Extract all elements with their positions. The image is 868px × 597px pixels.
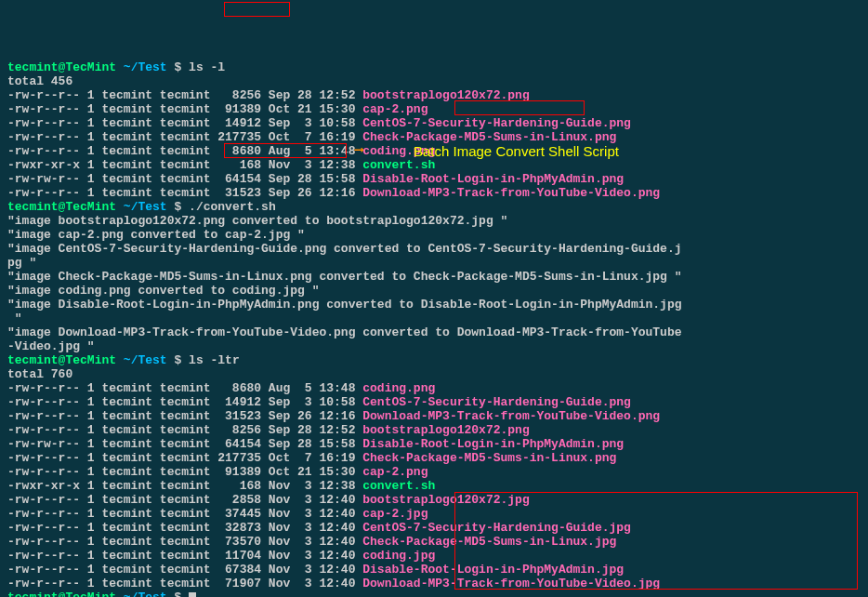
annotation-label: Batch Image Convert Shell Script: [414, 144, 619, 158]
file-entry: -rw-r--r-- 1 tecmint tecmint 217735 Oct …: [7, 451, 861, 465]
total-line-1: total 456: [7, 74, 861, 88]
script-output-line: pg ": [7, 256, 861, 270]
terminal-output: tecmint@TecMint ~/Test $ ls -ltotal 456-…: [7, 60, 861, 597]
cursor-icon: [189, 592, 196, 597]
arrow-icon: ⟶: [355, 143, 362, 157]
file-entry: -rw-r--r-- 1 tecmint tecmint 14912 Sep 3…: [7, 395, 861, 409]
file-entry: -rw-r--r-- 1 tecmint tecmint 14912 Sep 3…: [7, 116, 861, 130]
file-entry: -rw-r--r-- 1 tecmint tecmint 71907 Nov 3…: [7, 577, 861, 590]
total-line-3: total 760: [7, 367, 861, 381]
file-entry: -rwxr-xr-x 1 tecmint tecmint 168 Nov 3 1…: [7, 479, 861, 493]
file-entry: -rw-r--r-- 1 tecmint tecmint 11704 Nov 3…: [7, 549, 861, 563]
file-entry: -rwxr-xr-x 1 tecmint tecmint 168 Nov 3 1…: [7, 158, 861, 172]
file-entry: -rw-r--r-- 1 tecmint tecmint 31523 Sep 2…: [7, 186, 861, 200]
prompt-line-1[interactable]: tecmint@TecMint ~/Test $ ls -l: [7, 60, 861, 74]
highlight-box-ls-cmd: [224, 2, 290, 17]
script-output-line: ": [7, 312, 861, 325]
script-output-line: "image Check-Package-MD5-Sums-in-Linux.p…: [7, 270, 861, 284]
script-output-line: "image Download-MP3-Track-from-YouTube-V…: [7, 325, 861, 339]
script-output-line: "image bootstraplogo120x72.png converted…: [7, 214, 861, 228]
file-entry: -rw-r--r-- 1 tecmint tecmint 31523 Sep 2…: [7, 409, 861, 423]
script-output-line: "image coding.png converted to coding.jp…: [7, 284, 861, 298]
file-entry: -rw-r--r-- 1 tecmint tecmint 37445 Nov 3…: [7, 507, 861, 521]
file-entry: -rw-r--r-- 1 tecmint tecmint 8256 Sep 28…: [7, 423, 861, 437]
script-output-line: "image cap-2.png converted to cap-2.jpg …: [7, 228, 861, 242]
prompt-line-4[interactable]: tecmint@TecMint ~/Test $: [7, 590, 861, 597]
script-output-line: -Video.jpg ": [7, 339, 861, 353]
file-entry: -rw-rw-r-- 1 tecmint tecmint 64154 Sep 2…: [7, 172, 861, 186]
file-entry: -rw-rw-r-- 1 tecmint tecmint 64154 Sep 2…: [7, 437, 861, 451]
file-entry: -rw-r--r-- 1 tecmint tecmint 217735 Oct …: [7, 130, 861, 144]
file-entry: -rw-r--r-- 1 tecmint tecmint 32873 Nov 3…: [7, 521, 861, 535]
file-entry: -rw-r--r-- 1 tecmint tecmint 8680 Aug 5 …: [7, 381, 861, 395]
script-output-line: "image CentOS-7-Security-Hardening-Guide…: [7, 242, 861, 256]
file-entry: -rw-r--r-- 1 tecmint tecmint 91389 Oct 2…: [7, 465, 861, 479]
file-entry: -rw-r--r-- 1 tecmint tecmint 67384 Nov 3…: [7, 563, 861, 577]
script-output-line: "image Disable-Root-Login-in-PhpMyAdmin.…: [7, 298, 861, 312]
file-entry: -rw-r--r-- 1 tecmint tecmint 8256 Sep 28…: [7, 88, 861, 102]
prompt-line-3[interactable]: tecmint@TecMint ~/Test $ ls -ltr: [7, 353, 861, 367]
file-entry: -rw-r--r-- 1 tecmint tecmint 91389 Oct 2…: [7, 102, 861, 116]
file-entry: -rw-r--r-- 1 tecmint tecmint 2858 Nov 3 …: [7, 493, 861, 507]
prompt-line-2[interactable]: tecmint@TecMint ~/Test $ ./convert.sh: [7, 200, 861, 214]
file-entry: -rw-r--r-- 1 tecmint tecmint 73570 Nov 3…: [7, 535, 861, 549]
